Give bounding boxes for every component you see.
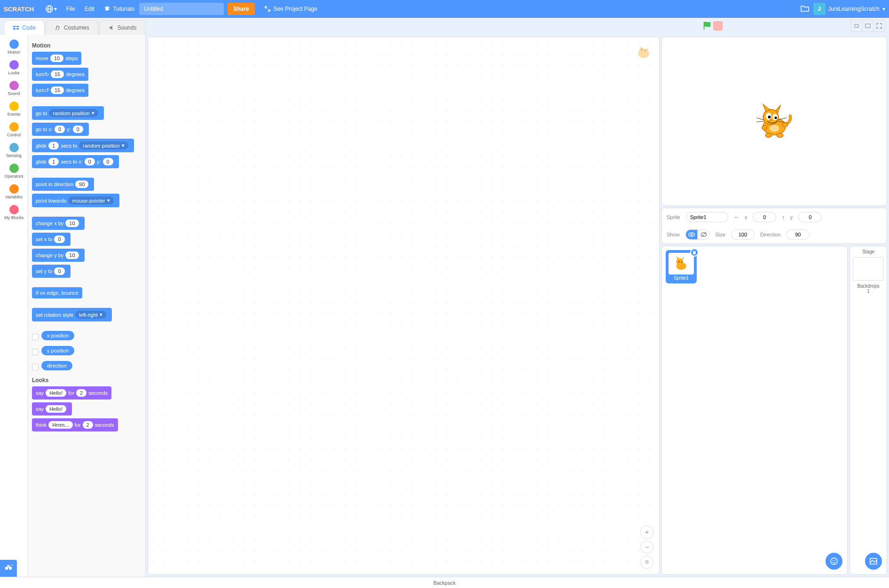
scratch-logo[interactable]: SCRATCH bbox=[4, 3, 35, 15]
category-control[interactable]: Control bbox=[0, 119, 28, 140]
stage-selector[interactable]: Stage Backdrops 1 bbox=[850, 246, 887, 575]
block-if-edge-bounce[interactable]: if on edge, bounce bbox=[32, 287, 82, 298]
block-direction[interactable]: direction bbox=[41, 361, 72, 370]
user-avatar: J bbox=[813, 3, 826, 15]
tutorials-label: Tutorials bbox=[113, 6, 135, 12]
block-turn-left[interactable]: turn ↺ 15degrees bbox=[32, 84, 88, 97]
category-dot-icon bbox=[9, 102, 19, 111]
tab-costumes[interactable]: Costumes bbox=[46, 20, 98, 35]
sprite-direction-input[interactable] bbox=[786, 229, 810, 240]
category-my-blocks[interactable]: My Blocks bbox=[0, 202, 28, 223]
block-point-direction[interactable]: point in direction90 bbox=[32, 178, 94, 191]
my-stuff-icon[interactable] bbox=[800, 4, 810, 15]
category-label: My Blocks bbox=[4, 215, 24, 220]
checkbox-y-position[interactable] bbox=[32, 349, 39, 355]
tabs-row: Code Costumes Sounds bbox=[0, 18, 889, 35]
category-sensing[interactable]: Sensing bbox=[0, 140, 28, 161]
account-menu[interactable]: J JuniLearningScratch ▾ bbox=[813, 3, 885, 15]
category-label: Control bbox=[7, 133, 21, 137]
svg-point-20 bbox=[774, 117, 777, 119]
sprite-info-panel: Sprite ↔ x ↕ y bbox=[661, 208, 887, 227]
green-flag-button[interactable] bbox=[702, 21, 712, 31]
category-dot-icon bbox=[9, 81, 19, 90]
stage-small-button[interactable] bbox=[851, 20, 862, 31]
block-palette[interactable]: Motion move10steps turn ↻ 15degrees turn… bbox=[28, 35, 145, 577]
block-x-position[interactable]: x position bbox=[41, 331, 74, 340]
zoom-reset-button[interactable]: = bbox=[640, 556, 653, 569]
block-turn-right[interactable]: turn ↻ 15degrees bbox=[32, 68, 88, 81]
stage-large-button[interactable] bbox=[862, 20, 873, 31]
backdrop-count: 1 bbox=[853, 289, 884, 294]
stop-button[interactable] bbox=[713, 21, 723, 31]
svg-text:SCRATCH: SCRATCH bbox=[4, 6, 34, 13]
y-icon: ↕ bbox=[782, 214, 785, 220]
username-label: JuniLearningScratch bbox=[828, 6, 880, 12]
file-menu[interactable]: File bbox=[62, 0, 80, 18]
zoom-out-button[interactable]: − bbox=[640, 541, 653, 554]
block-set-rotation-style[interactable]: set rotation styleleft-right▾ bbox=[32, 308, 112, 321]
block-set-y[interactable]: set y to0 bbox=[32, 265, 71, 278]
category-looks[interactable]: Looks bbox=[0, 57, 28, 78]
tab-sounds[interactable]: Sounds bbox=[99, 20, 146, 35]
sprite-y-input[interactable] bbox=[798, 212, 822, 222]
zoom-in-button[interactable]: + bbox=[640, 525, 653, 539]
category-sound[interactable]: Sound bbox=[0, 78, 28, 99]
block-say[interactable]: sayHello! bbox=[32, 402, 72, 416]
show-sprite-button[interactable] bbox=[685, 229, 698, 240]
block-y-position[interactable]: y position bbox=[41, 346, 74, 355]
block-glide-to[interactable]: glide1secs torandom position▾ bbox=[32, 139, 134, 152]
svg-point-34 bbox=[681, 262, 682, 263]
category-events[interactable]: Events bbox=[0, 99, 28, 119]
backpack-toggle[interactable]: Backpack bbox=[0, 577, 889, 588]
sprite-x-input[interactable] bbox=[753, 212, 776, 222]
hide-sprite-button[interactable] bbox=[698, 229, 710, 240]
block-set-x[interactable]: set x to0 bbox=[32, 233, 71, 246]
svg-text:+: + bbox=[11, 564, 13, 567]
block-point-towards[interactable]: point towardsmouse-pointer▾ bbox=[32, 194, 119, 207]
add-sprite-button[interactable] bbox=[826, 553, 842, 570]
block-think-for-secs[interactable]: thinkHmm...for2seconds bbox=[32, 418, 118, 431]
category-motion[interactable]: Motion bbox=[0, 37, 28, 57]
category-operators[interactable]: Operators bbox=[0, 161, 28, 181]
block-move-steps[interactable]: move10steps bbox=[32, 52, 81, 65]
block-glide-to-xy[interactable]: glide1secs to x:0y:0 bbox=[32, 155, 119, 168]
checkbox-x-position[interactable] bbox=[32, 334, 39, 340]
block-go-to[interactable]: go torandom position▾ bbox=[32, 106, 104, 120]
add-extension-button[interactable]: + bbox=[0, 560, 17, 577]
add-backdrop-button[interactable] bbox=[865, 553, 882, 570]
svg-rect-4 bbox=[13, 26, 16, 27]
category-variables[interactable]: Variables bbox=[0, 181, 28, 202]
blocks-panel: MotionLooksSoundEventsControlSensingOper… bbox=[0, 35, 146, 577]
block-change-x[interactable]: change x by10 bbox=[32, 217, 85, 230]
delete-sprite-button[interactable] bbox=[690, 248, 699, 257]
category-label: Sound bbox=[8, 91, 20, 96]
category-label: Motion bbox=[8, 50, 20, 55]
language-menu[interactable]: ▾ bbox=[41, 0, 62, 18]
sprite-name-input[interactable] bbox=[686, 212, 728, 222]
block-change-y[interactable]: change y by10 bbox=[32, 249, 85, 262]
stage-thumbnail[interactable] bbox=[853, 257, 884, 281]
block-say-for-secs[interactable]: sayHello!for2seconds bbox=[32, 386, 111, 400]
tutorials-button[interactable]: Tutorials bbox=[99, 0, 140, 18]
block-go-to-xy[interactable]: go to x:0y:0 bbox=[32, 123, 89, 136]
edit-menu[interactable]: Edit bbox=[80, 0, 99, 18]
category-dot-icon bbox=[9, 184, 19, 194]
tab-code[interactable]: Code bbox=[4, 20, 45, 35]
stage[interactable] bbox=[661, 37, 887, 206]
share-button[interactable]: Share bbox=[228, 3, 254, 15]
sprite-on-stage[interactable] bbox=[753, 100, 795, 142]
x-label: x bbox=[745, 214, 747, 220]
see-project-page-button[interactable]: See Project Page bbox=[260, 3, 322, 15]
script-workspace[interactable]: + − = bbox=[148, 37, 660, 575]
category-label: Events bbox=[8, 112, 21, 117]
project-title-input[interactable] bbox=[139, 3, 224, 15]
category-dot-icon bbox=[9, 205, 19, 214]
svg-point-13 bbox=[641, 49, 643, 51]
fullscreen-button[interactable] bbox=[873, 20, 885, 31]
x-icon: ↔ bbox=[734, 214, 739, 220]
sprite-tile-sprite1[interactable]: Sprite1 bbox=[666, 250, 697, 283]
sprite-size-input[interactable] bbox=[731, 229, 755, 240]
svg-rect-6 bbox=[16, 26, 19, 27]
category-label: Operators bbox=[4, 174, 23, 179]
checkbox-direction[interactable] bbox=[32, 364, 39, 370]
